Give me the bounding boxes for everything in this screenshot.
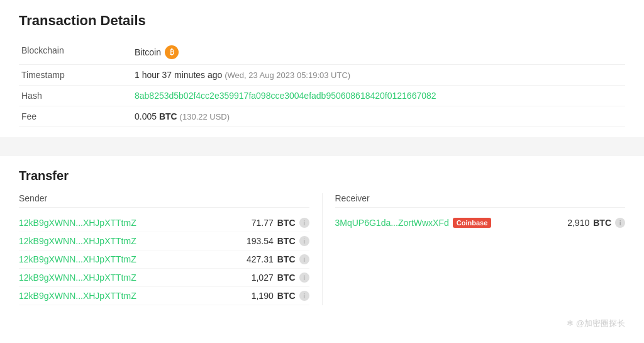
sender-row-5: 12kB9gXWNN...XHJpXTTtmZ 1,190 BTC i — [19, 287, 309, 305]
info-icon-1[interactable]: i — [299, 218, 309, 228]
section-divider — [0, 137, 644, 156]
info-icon-4[interactable]: i — [299, 273, 309, 283]
page-wrapper: Transaction Details Blockchain Bitcoin ₿… — [0, 0, 644, 342]
sender-amount-4-value: 1,027 — [252, 273, 274, 283]
transfer-title: Transfer — [19, 169, 625, 183]
sender-amount-2-unit: BTC — [277, 236, 296, 246]
watermark: ❄ @加密圈探长 — [19, 318, 625, 329]
info-icon-3[interactable]: i — [299, 254, 309, 264]
fee-unit-text: BTC — [159, 111, 177, 121]
receiver-amount-1: 2,910 BTC i — [567, 218, 625, 228]
receiver-addr-group: 3MqUP6G1da...ZortWwxXFd Coinbase — [335, 218, 492, 228]
fee-label: Fee — [19, 106, 132, 127]
hash-value: 8ab8253d5b02f4cc2e359917fa098cce3004efad… — [132, 86, 625, 106]
receiver-amount-1-value: 2,910 — [567, 218, 589, 228]
info-icon-5[interactable]: i — [299, 291, 309, 301]
receiver-amount-1-unit: BTC — [593, 218, 611, 228]
hash-link[interactable]: 8ab8253d5b02f4cc2e359917fa098cce3004efad… — [135, 91, 436, 101]
sender-amount-3-value: 427.31 — [247, 254, 274, 264]
sender-row-2: 12kB9gXWNN...XHJpXTTtmZ 193.54 BTC i — [19, 232, 309, 250]
hash-label: Hash — [19, 86, 132, 106]
sender-amount-2-value: 193.54 — [247, 236, 274, 246]
timestamp-value: 1 hour 37 minutes ago (Wed, 23 Aug 2023 … — [132, 65, 625, 86]
sender-address-3[interactable]: 12kB9gXWNN...XHJpXTTtmZ — [19, 254, 136, 264]
timestamp-label: Timestamp — [19, 65, 132, 86]
sender-amount-1: 71.77 BTC i — [252, 218, 309, 228]
receiver-row-1: 3MqUP6G1da...ZortWwxXFd Coinbase 2,910 B… — [335, 214, 626, 232]
blockchain-name: Bitcoin — [135, 47, 161, 57]
sender-amount-5-value: 1,190 — [252, 291, 274, 301]
fee-value: 0.005 BTC (130.22 USD) — [132, 106, 625, 127]
fee-row: Fee 0.005 BTC (130.22 USD) — [19, 106, 625, 127]
sender-address-1[interactable]: 12kB9gXWNN...XHJpXTTtmZ — [19, 218, 136, 228]
timestamp-sub-text: (Wed, 23 Aug 2023 05:19:03 UTC) — [225, 70, 350, 80]
fee-usd-text: (130.22 USD) — [180, 112, 230, 121]
timestamp-row: Timestamp 1 hour 37 minutes ago (Wed, 23… — [19, 65, 625, 86]
sender-amount-2: 193.54 BTC i — [247, 236, 309, 246]
sender-column: Sender 12kB9gXWNN...XHJpXTTtmZ 71.77 BTC… — [19, 193, 322, 305]
sender-address-5[interactable]: 12kB9gXWNN...XHJpXTTtmZ — [19, 291, 136, 301]
coinbase-badge: Coinbase — [453, 218, 492, 228]
details-table: Blockchain Bitcoin ₿ Timestamp 1 hour 37… — [19, 40, 625, 127]
blockchain-row: Blockchain Bitcoin ₿ — [19, 40, 625, 65]
sender-row-4: 12kB9gXWNN...XHJpXTTtmZ 1,027 BTC i — [19, 269, 309, 287]
sender-amount-5-unit: BTC — [277, 291, 296, 301]
sender-row-3: 12kB9gXWNN...XHJpXTTtmZ 427.31 BTC i — [19, 250, 309, 269]
hash-row: Hash 8ab8253d5b02f4cc2e359917fa098cce300… — [19, 86, 625, 106]
sender-amount-3: 427.31 BTC i — [247, 254, 309, 264]
sender-amount-3-unit: BTC — [277, 254, 296, 264]
sender-amount-1-value: 71.77 — [252, 218, 274, 228]
sender-amount-4: 1,027 BTC i — [252, 273, 309, 283]
bitcoin-icon: ₿ — [165, 45, 179, 59]
receiver-info-icon-1[interactable]: i — [615, 218, 625, 228]
transfer-columns: Sender 12kB9gXWNN...XHJpXTTtmZ 71.77 BTC… — [19, 193, 625, 305]
sender-header: Sender — [19, 193, 309, 208]
sender-address-4[interactable]: 12kB9gXWNN...XHJpXTTtmZ — [19, 273, 136, 283]
sender-amount-4-unit: BTC — [277, 273, 296, 283]
transfer-section: Transfer Sender 12kB9gXWNN...XHJpXTTtmZ … — [19, 169, 625, 329]
page-title: Transaction Details — [19, 13, 625, 29]
sender-row-1: 12kB9gXWNN...XHJpXTTtmZ 71.77 BTC i — [19, 214, 309, 232]
receiver-header: Receiver — [335, 193, 626, 208]
info-icon-2[interactable]: i — [299, 236, 309, 246]
receiver-address-1[interactable]: 3MqUP6G1da...ZortWwxXFd — [335, 218, 449, 228]
blockchain-value: Bitcoin ₿ — [132, 40, 625, 65]
sender-address-2[interactable]: 12kB9gXWNN...XHJpXTTtmZ — [19, 236, 136, 246]
blockchain-label: Blockchain — [19, 40, 132, 65]
fee-btc-amount: 0.005 — [135, 111, 157, 121]
sender-amount-1-unit: BTC — [277, 218, 296, 228]
receiver-column: Receiver 3MqUP6G1da...ZortWwxXFd Coinbas… — [322, 193, 626, 305]
timestamp-main: 1 hour 37 minutes ago — [135, 70, 222, 80]
sender-amount-5: 1,190 BTC i — [252, 291, 309, 301]
